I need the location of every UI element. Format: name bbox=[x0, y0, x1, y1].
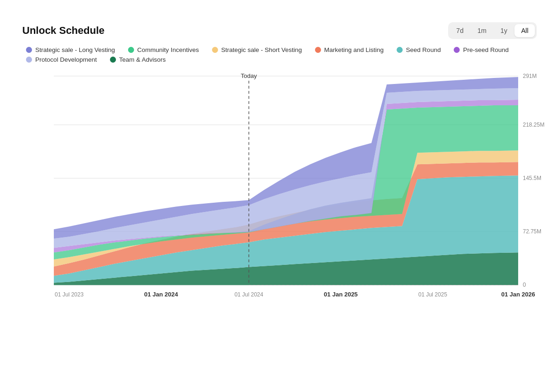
legend-marketing: Marketing and Listing bbox=[315, 46, 384, 53]
legend-dot-strategic-short bbox=[212, 47, 218, 53]
btn-1m[interactable]: 1m bbox=[471, 24, 493, 37]
chart-header: Unlock Schedule 7d 1m 1y All bbox=[22, 22, 537, 39]
chart-area: 0 72.75M 145.5M 218.25M 291M bbox=[26, 71, 537, 313]
chart-legend: Strategic sale - Long Vesting Community … bbox=[22, 46, 537, 63]
y-label-3: 218.25M bbox=[523, 122, 545, 128]
y-label-0: 0 bbox=[523, 282, 526, 288]
legend-dot-team bbox=[110, 57, 116, 63]
legend-dot-community bbox=[128, 47, 134, 53]
legend-dot-marketing bbox=[315, 47, 321, 53]
legend-dot-strategic-long bbox=[26, 47, 32, 53]
x-label-3: 01 Jan 2025 bbox=[324, 291, 358, 298]
y-label-4: 291M bbox=[523, 73, 537, 79]
legend-preseed: Pre-seed Round bbox=[454, 46, 508, 53]
legend-seed: Seed Round bbox=[397, 46, 441, 53]
y-label-1: 72.75M bbox=[523, 228, 541, 235]
x-label-4: 01 Jul 2025 bbox=[418, 291, 447, 298]
legend-dot-protocol bbox=[26, 57, 32, 63]
x-label-1: 01 Jan 2024 bbox=[144, 291, 179, 298]
unlock-schedule-card: Unlock Schedule 7d 1m 1y All Strategic s… bbox=[11, 11, 548, 320]
legend-team: Team & Advisors bbox=[110, 56, 166, 63]
today-label: Today bbox=[241, 72, 257, 79]
chart-svg: 0 72.75M 145.5M 218.25M 291M bbox=[26, 71, 537, 313]
legend-protocol: Protocol Development bbox=[26, 56, 97, 63]
legend-strategic-long: Strategic sale - Long Vesting bbox=[26, 46, 115, 53]
x-label-2: 01 Jul 2024 bbox=[234, 291, 263, 298]
btn-all[interactable]: All bbox=[514, 24, 535, 37]
legend-dot-seed bbox=[397, 47, 403, 53]
time-range-selector: 7d 1m 1y All bbox=[448, 22, 537, 39]
x-label-0: 01 Jul 2023 bbox=[55, 291, 84, 298]
btn-7d[interactable]: 7d bbox=[450, 24, 470, 37]
chart-title: Unlock Schedule bbox=[22, 25, 104, 37]
btn-1y[interactable]: 1y bbox=[494, 24, 514, 37]
y-label-2: 145.5M bbox=[523, 175, 541, 181]
x-label-5: 01 Jan 2026 bbox=[501, 291, 535, 298]
legend-dot-preseed bbox=[454, 47, 460, 53]
legend-strategic-short: Strategic sale - Short Vesting bbox=[212, 46, 302, 53]
legend-community: Community Incentives bbox=[128, 46, 199, 53]
